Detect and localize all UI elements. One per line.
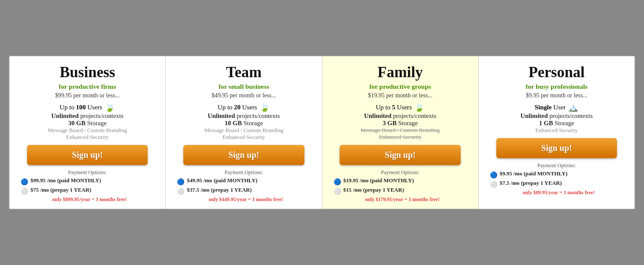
- plan-family-feature: 3 GB Storage: [329, 120, 471, 127]
- plan-family-payment-note: only $179.95/year = 3 months free!: [329, 196, 471, 203]
- plan-business-payment-yearly[interactable]: ⚪$75 /mo (prepay 1 YEAR): [16, 187, 158, 195]
- plan-family-payment-yearly[interactable]: ⚪$15 /mo (prepay 1 YEAR): [329, 187, 471, 195]
- plan-personal-monthly-text: $9.95 /mo (paid MONTHLY): [500, 171, 568, 177]
- plan-personal-feature: 1 GB Storage: [486, 120, 628, 127]
- plan-team: Teamfor small business$49.95 per month o…: [166, 56, 322, 209]
- plan-team-radio-monthly[interactable]: 🔵: [177, 178, 185, 186]
- plan-business-feature: Enhanced Security: [16, 134, 158, 141]
- plan-team-payment-monthly[interactable]: 🔵$49.95 /mo (paid MONTHLY): [173, 178, 315, 186]
- plan-family-tagline: for productive groups: [329, 83, 471, 90]
- pricing-table: Businessfor productive firms$99.95 per m…: [9, 55, 635, 210]
- plan-team-feature: Unlimited projects/contexts: [173, 112, 315, 120]
- plan-team-feature: Message Board / Custom Branding: [173, 127, 315, 134]
- plan-business-name: Business: [16, 64, 158, 81]
- plan-personal-users: Single User🏔️: [486, 103, 628, 112]
- plan-business-feature: Message Board / Custom Branding: [16, 127, 158, 134]
- plan-team-tagline: for small business: [173, 83, 315, 90]
- plan-personal-yearly-text: $7.5 /mo (prepay 1 YEAR): [500, 180, 562, 187]
- plan-business-yearly-text: $75 /mo (prepay 1 YEAR): [30, 187, 91, 193]
- plan-personal-payment-yearly[interactable]: ⚪$7.5 /mo (prepay 1 YEAR): [486, 180, 628, 188]
- plan-business-feature: Unlimited projects/contexts: [16, 112, 158, 120]
- plan-family-users-text: Up to 5 Users: [376, 103, 412, 111]
- plan-personal-payment-monthly[interactable]: 🔵$9.95 /mo (paid MONTHLY): [486, 171, 628, 179]
- plan-personal-name: Personal: [486, 64, 628, 81]
- plan-business-payment-section: Payment Options:🔵$99.95 /mo (paid MONTHL…: [16, 169, 158, 203]
- plan-business-radio-monthly[interactable]: 🔵: [21, 178, 28, 186]
- plan-family-feature: Enhanced Security: [329, 134, 471, 141]
- plan-business-users: Up to 100 Users🍃: [16, 103, 158, 112]
- plan-family-icon: 🍃: [414, 103, 425, 112]
- plan-family-payment-label: Payment Options:: [329, 169, 471, 176]
- plan-business-tagline: for productive firms: [16, 83, 158, 90]
- plan-business-monthly-text: $99.95 /mo (paid MONTHLY): [30, 178, 101, 184]
- plan-family-monthly-text: $19.95 /mo (paid MONTHLY): [343, 178, 414, 184]
- plan-business-payment-monthly[interactable]: 🔵$99.95 /mo (paid MONTHLY): [16, 178, 158, 186]
- plan-team-yearly-text: $37.5 /mo (prepay 1 YEAR): [187, 187, 252, 193]
- plan-team-name: Team: [173, 64, 315, 81]
- plan-team-signup-button[interactable]: Sign up!: [183, 145, 304, 165]
- plan-personal-payment-section: Payment Options:🔵$9.95 /mo (paid MONTHLY…: [486, 163, 628, 196]
- plan-family-name: Family: [329, 64, 471, 81]
- plan-family-yearly-text: $15 /mo (prepay 1 YEAR): [343, 187, 404, 193]
- plan-personal-tagline: for busy professionals: [486, 83, 628, 90]
- plan-personal-feature: Unlimited projects/contexts: [486, 112, 628, 120]
- plan-business-payment-label: Payment Options:: [16, 169, 158, 176]
- plan-team-users-text: Up to 20 Users: [218, 103, 257, 111]
- plan-business-signup-button[interactable]: Sign up!: [27, 145, 148, 165]
- plan-family: Familyfor productive groups$19.95 per mo…: [322, 56, 479, 209]
- plan-team-monthly-text: $49.95 /mo (paid MONTHLY): [187, 178, 257, 184]
- plan-team-radio-yearly[interactable]: ⚪: [177, 188, 185, 195]
- plan-personal-payment-note: only $89.95/year = 3 months free!: [486, 190, 628, 196]
- plan-business-feature: 30 GB Storage: [16, 120, 158, 127]
- plan-team-feature: 10 GB Storage: [173, 120, 315, 127]
- plan-business-radio-yearly[interactable]: ⚪: [21, 188, 28, 195]
- plan-family-radio-monthly[interactable]: 🔵: [334, 178, 341, 186]
- plan-team-payment-label: Payment Options:: [173, 169, 315, 176]
- plan-personal-users-text: Single User: [535, 103, 565, 111]
- plan-personal: Personalfor busy professionals$9.95 per …: [479, 56, 635, 209]
- plan-personal-radio-yearly[interactable]: ⚪: [490, 181, 498, 188]
- plan-family-users: Up to 5 Users🍃: [329, 103, 471, 112]
- plan-personal-payment-label: Payment Options:: [486, 163, 628, 169]
- plan-family-feature: Unlimited projects/contexts: [329, 112, 471, 120]
- plan-business-price: $99.95 per month or less...: [16, 92, 158, 99]
- plan-team-payment-note: only $449.95/year = 3 months free!: [173, 196, 315, 203]
- plan-team-icon: 🍃: [259, 103, 270, 112]
- plan-business-payment-note: only $899.95/year = 3 months free!: [16, 196, 158, 203]
- plan-family-feature: Message Board / Custom Branding: [329, 127, 471, 134]
- plan-family-signup-button[interactable]: Sign up!: [340, 145, 461, 165]
- plan-business: Businessfor productive firms$99.95 per m…: [9, 56, 166, 209]
- plan-team-users: Up to 20 Users🍃: [173, 103, 315, 112]
- plan-personal-price: $9.95 per month or less...: [486, 92, 628, 99]
- plan-personal-signup-button[interactable]: Sign up!: [496, 138, 617, 158]
- plan-family-payment-monthly[interactable]: 🔵$19.95 /mo (paid MONTHLY): [329, 178, 471, 186]
- plan-family-radio-yearly[interactable]: ⚪: [334, 188, 341, 195]
- plan-personal-feature: Enhanced Security: [486, 127, 628, 134]
- plan-family-price: $19.95 per month or less...: [329, 92, 471, 99]
- plan-personal-icon: 🏔️: [568, 103, 578, 112]
- plan-team-price: $49.95 per month or less...: [173, 92, 315, 99]
- plan-team-payment-section: Payment Options:🔵$49.95 /mo (paid MONTHL…: [173, 169, 315, 203]
- plan-business-icon: 🍃: [104, 103, 115, 112]
- plan-team-feature: Enhanced Security: [173, 134, 315, 141]
- plan-personal-radio-monthly[interactable]: 🔵: [490, 172, 498, 179]
- plan-team-payment-yearly[interactable]: ⚪$37.5 /mo (prepay 1 YEAR): [173, 187, 315, 195]
- plan-family-payment-section: Payment Options:🔵$19.95 /mo (paid MONTHL…: [329, 169, 471, 203]
- plan-business-users-text: Up to 100 Users: [60, 103, 102, 111]
